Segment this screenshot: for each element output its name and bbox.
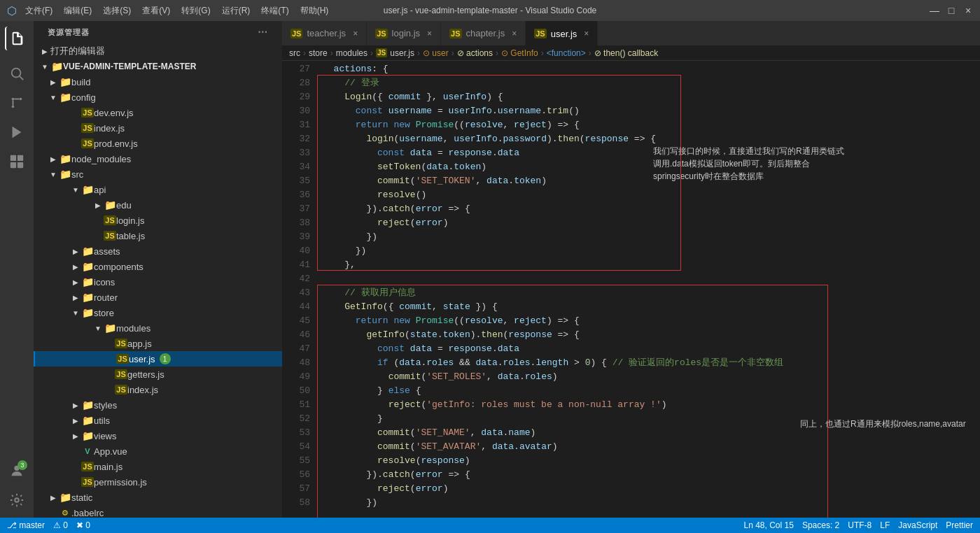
tab-chapter-close[interactable]: × [512, 29, 517, 38]
sidebar-item-permission[interactable]: ▶ JS permission.js [34, 474, 282, 490]
breadcrumb-userjs: user.js [390, 48, 414, 58]
svg-rect-6 [10, 155, 16, 161]
menu-help[interactable]: 帮助(H) [300, 5, 329, 17]
sidebar-item-assets[interactable]: ▶ 📁 assets [34, 243, 282, 259]
sidebar-item-table[interactable]: ▶ JS table.js [34, 228, 282, 243]
api-label: api [94, 185, 106, 195]
tab-teacher-close[interactable]: × [353, 29, 358, 38]
sidebar-item-icons[interactable]: ▶ 📁 icons [34, 274, 282, 290]
tab-user-close[interactable]: × [584, 29, 589, 38]
views-label: views [94, 431, 117, 441]
sidebar-item-modules[interactable]: ▼ 📁 modules [34, 320, 282, 336]
annotation-text-1: 我们写接口的时候，直接通过我们写的R通用类链式调用.data模拟返回token即… [653, 145, 849, 183]
assets-arrow: ▶ [70, 248, 81, 255]
config-folder-icon: 📁 [59, 92, 71, 103]
code-content[interactable]: actions: { // 登录 Login({ commit }, userI… [317, 61, 970, 518]
error-count[interactable]: ⚠ 0 [53, 520, 68, 530]
sidebar-actions[interactable]: ⋯ [258, 27, 268, 38]
activity-bar: 3 [0, 21, 34, 518]
perm-label: permission.js [94, 477, 147, 488]
sidebar-item-user-js[interactable]: ▶ JS user.js 1 [34, 351, 282, 367]
sidebar-item-login-api[interactable]: ▶ JS login.js [34, 213, 282, 228]
encoding[interactable]: UTF-8 [848, 520, 872, 530]
svg-marker-5 [13, 127, 22, 138]
tab-teacher-js[interactable]: JS teacher.js × [282, 21, 367, 45]
js-file-icon: JS [81, 477, 94, 487]
menu-terminal[interactable]: 终端(T) [261, 5, 288, 17]
folder-icon: 📁 [50, 61, 63, 72]
minimize-button[interactable]: — [930, 5, 939, 16]
sidebar-item-components[interactable]: ▶ 📁 components [34, 259, 282, 274]
sidebar-item-static[interactable]: ▶ 📁 static [34, 490, 282, 505]
window-controls[interactable]: — □ × [930, 5, 973, 16]
tab-login-js[interactable]: JS login.js × [367, 21, 441, 45]
explorer-icon[interactable] [5, 27, 29, 50]
cursor-position[interactable]: Ln 48, Col 15 [744, 520, 794, 530]
menu-goto[interactable]: 转到(G) [181, 5, 210, 17]
account-icon[interactable]: 3 [5, 459, 29, 483]
store-label: store [94, 308, 114, 318]
icons-folder-icon: 📁 [81, 276, 94, 287]
sidebar-item-dev-env[interactable]: ▶ JS dev.env.js [34, 105, 282, 120]
sidebar-item-build[interactable]: ▶ 📁 build [34, 74, 282, 90]
sidebar-item-config[interactable]: ▼ 📁 config [34, 90, 282, 105]
menu-select[interactable]: 选择(S) [103, 5, 131, 17]
sidebar-item-utils[interactable]: ▶ 📁 utils [34, 413, 282, 428]
sidebar-item-node-modules[interactable]: ▶ 📁 node_modules [34, 151, 282, 166]
menu-bar[interactable]: 文件(F) 编辑(E) 选择(S) 查看(V) 转到(G) 运行(R) 终端(T… [25, 5, 328, 17]
run-icon[interactable] [5, 120, 29, 144]
search-icon[interactable] [5, 62, 29, 85]
code-line-43: // 获取用户信息 [317, 286, 970, 300]
tabs-bar: JS teacher.js × JS login.js × JS chapter… [282, 21, 980, 45]
formatter[interactable]: Prettier [946, 520, 973, 530]
vertical-scrollbar[interactable] [970, 61, 980, 518]
activity-bar-bottom: 3 [5, 459, 29, 512]
git-branch[interactable]: ⎇ master [7, 520, 45, 530]
sidebar-item-prod[interactable]: ▶ JS prod.env.js [34, 136, 282, 151]
js-file-icon: JS [116, 354, 129, 364]
sidebar-item-styles[interactable]: ▶ 📁 styles [34, 397, 282, 413]
extensions-icon[interactable] [5, 150, 29, 173]
tab-chapter-js[interactable]: JS chapter.js × [441, 21, 526, 45]
open-editors-section[interactable]: ▶ 打开的编辑器 [34, 43, 282, 59]
root-folder[interactable]: ▼ 📁 VUE-ADMIN-TEMPLATE-MASTER [34, 59, 282, 74]
modules-label: modules [116, 323, 150, 334]
api-folder-icon: 📁 [81, 184, 94, 195]
source-control-icon[interactable] [5, 91, 29, 115]
sidebar-item-getters[interactable]: ▶ JS getters.js [34, 367, 282, 382]
code-line-41: }, [317, 258, 970, 272]
menu-view[interactable]: 查看(V) [142, 5, 170, 17]
code-area[interactable]: 2728293031 3233343536 3738394041 4243444… [282, 61, 980, 518]
icons-label: icons [94, 277, 115, 287]
sidebar-item-api[interactable]: ▼ 📁 api [34, 182, 282, 197]
sidebar-item-babelrc[interactable]: ▶ ⚙ .babelrc [34, 505, 282, 518]
sidebar-item-main-js[interactable]: ▶ JS main.js [34, 459, 282, 474]
sidebar-item-router[interactable]: ▶ 📁 router [34, 290, 282, 305]
spaces[interactable]: Spaces: 2 [802, 520, 839, 530]
comp-label: components [94, 262, 144, 272]
sidebar-item-store[interactable]: ▼ 📁 store [34, 305, 282, 320]
menu-run[interactable]: 运行(R) [222, 5, 251, 17]
maximize-button[interactable]: □ [946, 5, 956, 16]
sidebar-item-app-js[interactable]: ▶ JS app.js [34, 336, 282, 351]
sidebar-item-index-config[interactable]: ▶ JS index.js [34, 120, 282, 136]
menu-file[interactable]: 文件(F) [25, 5, 52, 17]
line-ending[interactable]: LF [880, 520, 890, 530]
sidebar-item-src[interactable]: ▼ 📁 src [34, 166, 282, 182]
sidebar-item-views[interactable]: ▶ 📁 views [34, 428, 282, 443]
tab-login-close[interactable]: × [427, 29, 432, 38]
close-button[interactable]: × [963, 5, 973, 16]
sidebar: 资源管理器 ⋯ ▶ 打开的编辑器 ▼ 📁 VUE-ADMIN-TEMPLATE-… [34, 21, 282, 518]
settings-icon[interactable] [5, 488, 29, 512]
tab-user-js[interactable]: JS user.js × [526, 21, 598, 45]
menu-edit[interactable]: 编辑(E) [64, 5, 92, 17]
sidebar-item-app-vue[interactable]: ▶ V App.vue [34, 443, 282, 459]
warning-count[interactable]: ✖ 0 [76, 520, 90, 530]
language-mode[interactable]: JavaScript [898, 520, 937, 530]
store-arrow: ▼ [70, 309, 81, 317]
breadcrumb-store: store [309, 48, 328, 58]
js-file-icon: JS [115, 339, 127, 348]
new-file-icon[interactable]: ⋯ [258, 27, 268, 38]
sidebar-item-edu[interactable]: ▶ 📁 edu [34, 197, 282, 213]
sidebar-item-index-store[interactable]: ▶ JS index.js [34, 382, 282, 397]
